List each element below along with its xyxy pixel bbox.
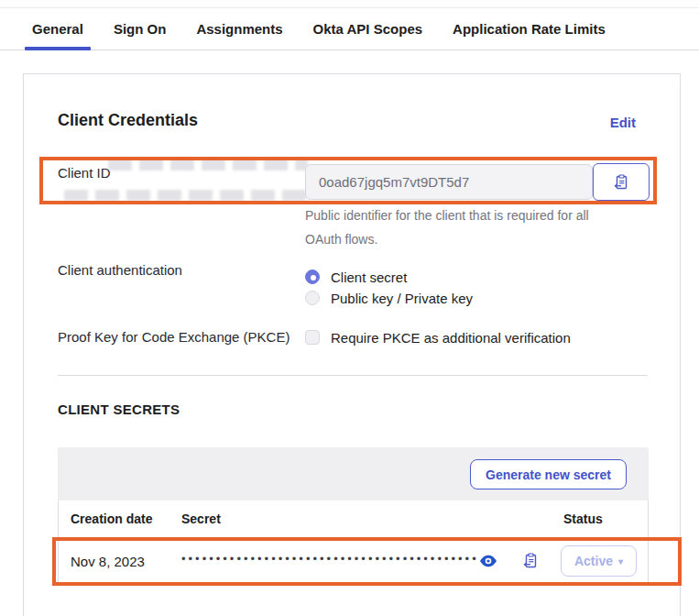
secret-table-row: Nov 8, 2023 ••••••••••••••••••••••••••••…	[58, 537, 649, 585]
header-status: Status	[563, 512, 603, 526]
client-secrets-table: Generate new secret Creation date Secret…	[58, 447, 649, 585]
tab-okta-api-scopes[interactable]: Okta API Scopes	[313, 8, 423, 50]
pkce-option: Require PKCE as additional verification	[305, 328, 571, 346]
edit-link[interactable]: Edit	[610, 115, 636, 130]
window-top-edge	[0, 0, 699, 8]
generate-new-secret-button[interactable]: Generate new secret	[470, 459, 627, 490]
client-authentication-label: Client authentication	[58, 262, 182, 278]
client-id-label: Client ID	[58, 165, 111, 181]
redaction-smudge	[64, 190, 310, 201]
copy-client-id-button[interactable]	[593, 163, 650, 201]
tab-general[interactable]: General	[32, 8, 83, 50]
secret-status-dropdown[interactable]: Active ▾	[561, 545, 637, 577]
public-private-key-option: Public key / Private key	[305, 289, 473, 307]
chevron-down-icon: ▾	[618, 556, 623, 566]
tab-bar: General Sign On Assignments Okta API Sco…	[0, 8, 699, 50]
client-credentials-title: Client Credentials	[58, 111, 198, 130]
clipboard-copy-icon	[613, 174, 629, 191]
public-private-key-radio[interactable]	[305, 291, 320, 305]
copy-secret-button[interactable]	[519, 551, 541, 571]
eye-icon	[479, 555, 497, 567]
client-secrets-heading: CLIENT SECRETS	[58, 402, 180, 417]
client-secret-option-label[interactable]: Client secret	[331, 270, 407, 285]
secret-masked-value: ••••••••••••••••••••••••••••••••••••••••…	[181, 552, 479, 566]
general-settings-panel: Client Credentials Edit Client ID Public…	[23, 73, 681, 616]
pkce-option-label[interactable]: Require PKCE as additional verification	[331, 330, 571, 346]
reveal-secret-button[interactable]	[477, 551, 499, 571]
tab-application-rate-limits[interactable]: Application Rate Limits	[453, 8, 606, 50]
header-creation-date: Creation date	[71, 512, 152, 526]
client-secret-option: Client secret	[305, 268, 407, 286]
pkce-checkbox[interactable]	[305, 330, 320, 345]
redaction-smudge	[108, 159, 308, 170]
client-id-help-text: Public identifier for the client that is…	[305, 204, 589, 251]
section-divider	[58, 375, 648, 376]
secrets-table-toolbar: Generate new secret	[58, 447, 649, 500]
public-private-key-option-label[interactable]: Public key / Private key	[331, 291, 473, 306]
tab-assignments[interactable]: Assignments	[196, 8, 282, 50]
secret-creation-date: Nov 8, 2023	[71, 554, 145, 569]
status-label: Active	[574, 554, 613, 568]
clipboard-copy-icon	[522, 553, 539, 569]
tab-sign-on[interactable]: Sign On	[114, 8, 167, 50]
secrets-table-header: Creation date Secret Status	[58, 500, 649, 537]
client-secret-radio[interactable]	[305, 270, 320, 284]
header-secret: Secret	[181, 512, 221, 526]
client-id-input[interactable]	[305, 164, 593, 200]
pkce-label: Proof Key for Code Exchange (PKCE)	[58, 329, 289, 345]
